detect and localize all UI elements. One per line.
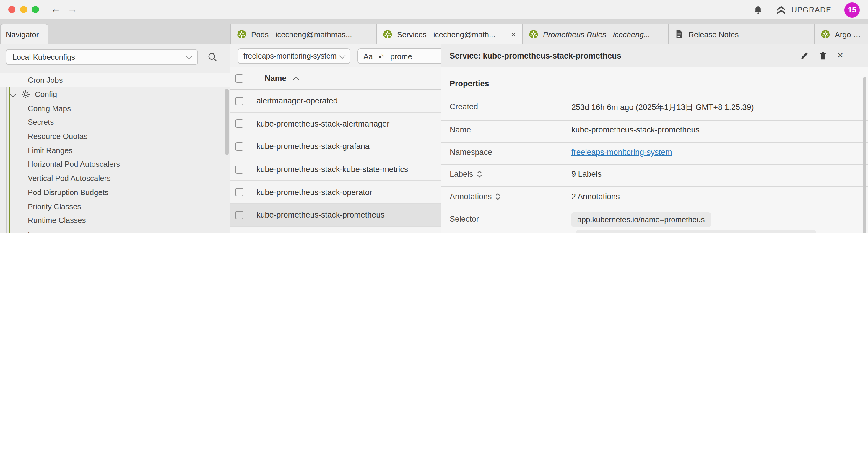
row-checkbox[interactable] [235, 97, 243, 105]
detail-title: Service: kube-prometheus-stack-prometheu… [450, 51, 621, 60]
sidebar-item-secrets[interactable]: Secrets [0, 115, 230, 129]
kubeconfig-selector[interactable]: Local Kubeconfigs [6, 49, 198, 65]
search-input[interactable]: Aa ▪* prome [358, 49, 452, 64]
row-checkbox[interactable] [235, 165, 243, 174]
notification-count-badge[interactable]: 15 [844, 2, 860, 18]
labels-label: Labels [450, 170, 482, 178]
created-value: 253d 16h 6m ago (2025年1月13日 GMT+8 1:25:3… [571, 102, 754, 113]
row-checkbox[interactable] [235, 211, 243, 219]
kubeconfig-selector-value: Local Kubeconfigs [12, 53, 75, 61]
tab-navigator[interactable]: Navigator [0, 24, 49, 44]
table-row[interactable]: kube-prometheus-stack-kube-state-metrics [230, 158, 441, 181]
bell-icon[interactable] [753, 5, 763, 14]
sidebar-item-resource-quotas[interactable]: Resource Quotas [0, 129, 230, 143]
table-row-selected[interactable]: kube-prometheus-stack-prometheus [230, 204, 441, 227]
service-detail-panel: Service: kube-prometheus-stack-prometheu… [441, 44, 868, 233]
tab-prometheus-rules[interactable]: Prometheus Rules - icecheng... [522, 24, 668, 44]
select-all-checkbox[interactable] [235, 74, 243, 83]
table-row[interactable]: alertmanager-operated [230, 90, 441, 113]
sidebar-item-runtime-classes[interactable]: Runtime Classes [0, 213, 230, 227]
sort-updown-icon[interactable] [495, 193, 501, 200]
item-label: Pod Disruption Budgets [28, 188, 108, 197]
row-checkbox[interactable] [235, 188, 243, 196]
item-label: Vertical Pod Autoscalers [28, 174, 111, 183]
sidebar-item-vertical-pod-autoscalers[interactable]: Vertical Pod Autoscalers [0, 171, 230, 185]
sort-updown-icon[interactable] [477, 170, 482, 178]
upgrade-button[interactable]: UPGRADE [776, 5, 831, 14]
search-value: prome [390, 52, 412, 61]
labels-value[interactable]: 9 Labels [571, 170, 601, 178]
item-label: Config Maps [28, 104, 71, 113]
annotations-value[interactable]: 2 Annotations [571, 192, 620, 201]
table-row[interactable]: kube-prometheus-stack-operator [230, 181, 441, 204]
tab-pods[interactable]: Pods - icecheng@mathmas... [230, 24, 376, 44]
traffic-light-close[interactable] [8, 6, 16, 13]
created-label: Created [450, 102, 478, 111]
item-label: Config [35, 90, 57, 99]
item-label: Secrets [28, 118, 54, 127]
services-list-panel: freeleaps-monitoring-system Aa ▪* prome … [230, 44, 441, 233]
edit-icon[interactable] [800, 51, 809, 60]
sidebar-group-config[interactable]: Config [0, 87, 230, 101]
tab-services[interactable]: Services - icecheng@math... × [376, 24, 522, 44]
tab-label: Pods - icecheng@mathmas... [251, 30, 352, 39]
sidebar-item-priority-classes[interactable]: Priority Classes [0, 199, 230, 213]
sidebar-item-leases[interactable]: Leases [0, 227, 230, 233]
item-label: Limit Ranges [28, 146, 73, 155]
sidebar-scrollbar-thumb[interactable] [225, 89, 229, 155]
table-row[interactable]: kube-prometheus-stack-prometheus-node-ex… [230, 227, 441, 233]
kubernetes-icon [529, 30, 538, 39]
namespace-label: Namespace [450, 148, 492, 157]
app-window: ← → UPGRADE 15 Navigator Pods - icecheng… [0, 0, 868, 233]
sidebar-item-limit-ranges[interactable]: Limit Ranges [0, 143, 230, 157]
service-name: alertmanager-operated [256, 97, 338, 106]
row-checkbox[interactable] [235, 143, 243, 151]
selector-chip[interactable]: app.kubernetes.io/name=prometheus [571, 212, 711, 227]
sidebar-item-cron-jobs[interactable]: Cron Jobs [0, 73, 230, 87]
name-value: kube-prometheus-stack-prometheus [571, 125, 700, 134]
column-header-name[interactable]: Name [265, 74, 286, 83]
kubernetes-icon [821, 30, 830, 39]
navigator-sidebar: Local Kubeconfigs Cron Jobs Config Confi… [0, 44, 230, 233]
name-label: Name [450, 125, 471, 134]
upgrade-chevrons-icon [776, 5, 786, 14]
service-name: kube-prometheus-stack-kube-state-metrics [256, 165, 408, 174]
regex-icon[interactable]: ▪* [379, 52, 384, 61]
divider [441, 120, 868, 121]
detail-scrollbar-thumb[interactable] [863, 77, 866, 233]
tab-argo[interactable]: Argo Se [814, 24, 868, 44]
row-checkbox[interactable] [235, 120, 243, 128]
annotations-label-text: Annotations [450, 192, 492, 201]
delete-icon[interactable] [819, 51, 827, 60]
selector-label: Selector [450, 214, 479, 224]
annotations-label: Annotations [450, 192, 501, 201]
item-label: Priority Classes [28, 202, 81, 211]
forward-icon[interactable]: → [67, 3, 78, 16]
close-tab-icon[interactable]: × [507, 30, 516, 39]
resource-tree: Cron Jobs Config Config Maps Secrets Res… [0, 73, 230, 233]
kubernetes-icon [237, 30, 246, 39]
traffic-light-minimize[interactable] [20, 6, 27, 13]
tab-release-notes[interactable]: Release Notes [668, 24, 814, 44]
document-icon [675, 30, 684, 39]
sort-ascending-icon[interactable] [292, 76, 299, 83]
namespace-filter-dropdown[interactable]: freeleaps-monitoring-system [238, 49, 350, 64]
service-name: kube-prometheus-stack-grafana [256, 142, 370, 151]
table-row[interactable]: kube-prometheus-stack-grafana [230, 135, 441, 158]
sidebar-item-horizontal-pod-autoscalers[interactable]: Horizontal Pod Autoscalers [0, 157, 230, 171]
section-title-properties: Properties [450, 79, 489, 88]
tab-label: Prometheus Rules - icecheng... [543, 30, 650, 39]
back-icon[interactable]: ← [51, 3, 61, 16]
sidebar-item-pod-disruption-budgets[interactable]: Pod Disruption Budgets [0, 185, 230, 199]
window-titlebar: ← → UPGRADE 15 [0, 0, 868, 20]
selector-chip[interactable]: operator.prometheus.io/name=kube-prometh… [576, 230, 816, 233]
table-header: Name [230, 67, 441, 90]
namespace-link[interactable]: freeleaps-monitoring-system [571, 148, 672, 157]
table-row[interactable]: kube-prometheus-stack-alertmanager [230, 113, 441, 135]
close-icon[interactable]: × [837, 50, 843, 61]
sidebar-item-config-maps[interactable]: Config Maps [0, 101, 230, 115]
match-case-icon[interactable]: Aa [363, 52, 373, 61]
divider [441, 143, 868, 143]
traffic-light-maximize[interactable] [32, 6, 39, 13]
search-icon[interactable] [208, 52, 217, 62]
